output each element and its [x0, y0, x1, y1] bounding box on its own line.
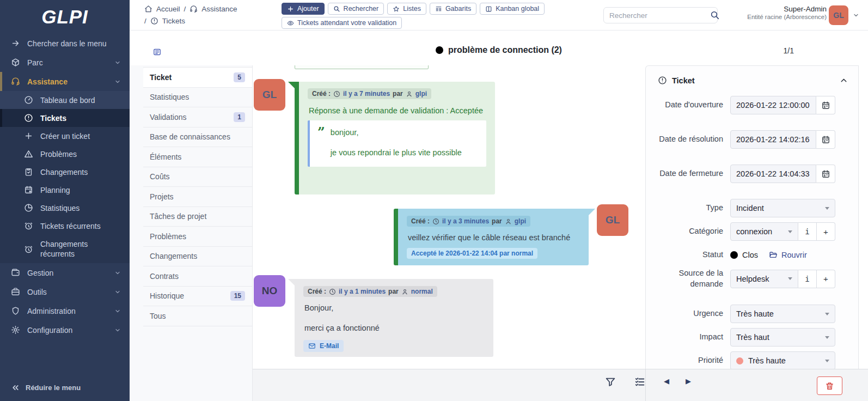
sidebar-item-creer-un-ticket[interactable]: Créer un ticket: [0, 127, 130, 145]
checklist-icon[interactable]: [634, 376, 646, 388]
sidebar-item-parc[interactable]: Parc: [0, 53, 130, 72]
previous-ticket-arrow[interactable]: ◀: [664, 377, 669, 385]
field-label: Date de résolution: [653, 134, 723, 145]
source-select[interactable]: Helpdesk: [730, 270, 798, 288]
templates-button[interactable]: Gabarits: [430, 3, 476, 15]
collapse-menu-button[interactable]: Réduire le menu: [11, 383, 81, 392]
sidebar-item-statistiques[interactable]: Statistiques: [0, 199, 130, 217]
lists-button[interactable]: Listes: [387, 3, 426, 15]
search-icon[interactable]: [710, 10, 720, 20]
status-dot-closed: [436, 46, 443, 54]
tab-tous[interactable]: Tous: [143, 306, 252, 326]
quote-line: je vous repondrai le plus vite possible: [331, 148, 462, 157]
tab-ticket[interactable]: Ticket5: [143, 68, 252, 88]
sidebar-item-configuration[interactable]: Configuration: [0, 320, 130, 339]
sidebar-item-assistance[interactable]: Assistance: [0, 72, 130, 91]
category-value: connexion: [736, 227, 772, 236]
sidebar-item-changements-recurrents[interactable]: Changements récurrents: [0, 235, 130, 263]
message-author[interactable]: glpi: [415, 90, 427, 98]
urgency-select[interactable]: Très haute: [730, 305, 835, 323]
tab-changements[interactable]: Changements: [143, 247, 252, 267]
status-value: Clos: [742, 251, 758, 259]
tab-historique[interactable]: Historique15: [143, 287, 252, 307]
timeline-message-followup: Créé : il y a 1 minutes par normal Bonjo…: [295, 279, 493, 357]
email-source-badge[interactable]: E-Mail: [303, 340, 344, 352]
kanban-button[interactable]: Kanban global: [480, 3, 545, 15]
category-info-button[interactable]: i: [798, 222, 817, 241]
sidebar-item-problemes[interactable]: Problèmes: [0, 145, 130, 163]
user-avatar[interactable]: GL: [829, 5, 848, 25]
top-header: Accueil / Assistance / Tickets Ajouter R…: [130, 0, 868, 31]
ticket-tabs-panel: Ticket5 Statistiques Validations1 Base d…: [130, 65, 253, 401]
next-ticket-arrow[interactable]: ▶: [686, 377, 691, 385]
sidebar-item-outils[interactable]: Outils: [0, 282, 130, 301]
validation-answer-title: Réponse à une demande de validation : Ac…: [309, 106, 486, 115]
caret-down-icon: [825, 207, 829, 210]
tab-taches-de-projet[interactable]: Tâches de projet: [143, 207, 252, 227]
breadcrumb-assistance[interactable]: Assistance: [201, 3, 237, 15]
chevron-down-icon[interactable]: [853, 12, 859, 19]
breadcrumb-home[interactable]: Accueil: [156, 3, 180, 15]
tab-label: Tâches de projet: [150, 212, 206, 221]
delete-ticket-button[interactable]: [817, 376, 842, 395]
sidebar-item-changements[interactable]: Changements: [0, 163, 130, 181]
pending-validation-button[interactable]: Tickets attendant votre validation: [282, 17, 402, 29]
timeline-message-validation: Créé : il y a 7 minutes par glpi Réponse…: [295, 82, 495, 195]
tab-statistiques[interactable]: Statistiques: [143, 88, 252, 108]
resolve-date-input[interactable]: 2026-01-22 14:02:16: [730, 130, 816, 149]
search-button[interactable]: Rechercher: [328, 3, 384, 15]
timeline-message-solution: Créé : il y a 3 minutes par glpi veillez…: [394, 209, 589, 265]
impact-select[interactable]: Très haut: [730, 328, 835, 347]
message-author[interactable]: normal: [411, 288, 433, 295]
tab-projets[interactable]: Projets: [143, 187, 252, 207]
sidebar-item-planning[interactable]: Planning: [0, 181, 130, 199]
sidebar-item-administration[interactable]: Administration: [0, 301, 130, 320]
tab-problemes[interactable]: Problèmes: [143, 227, 252, 247]
tab-couts[interactable]: Coûts: [143, 167, 252, 187]
tab-base-de-connaissances[interactable]: Base de connaissances: [143, 127, 252, 148]
calendar-button[interactable]: [816, 165, 835, 183]
breadcrumb-tickets[interactable]: Tickets: [162, 15, 185, 27]
sidebar-item-tickets-recurrents[interactable]: Tickets récurrents: [0, 217, 130, 235]
message-time[interactable]: il y a 7 minutes: [343, 90, 390, 98]
add-button[interactable]: Ajouter: [282, 3, 325, 15]
reopen-button[interactable]: Rouvrir: [769, 251, 807, 259]
type-select[interactable]: Incident: [730, 199, 835, 217]
filter-icon[interactable]: [604, 376, 616, 388]
tab-elements[interactable]: Éléments: [143, 147, 252, 167]
sidebar-menu-search[interactable]: Chercher dans le menu: [0, 34, 130, 53]
field-label: Statut: [653, 250, 723, 260]
status-closed-dot: [730, 251, 738, 259]
calendar-button[interactable]: [816, 130, 835, 149]
sidebar-item-gestion[interactable]: Gestion: [0, 263, 130, 282]
sidebar-item-tableau-de-bord[interactable]: Tableau de bord: [0, 91, 130, 109]
source-add-button[interactable]: +: [817, 270, 835, 288]
tab-contrats[interactable]: Contrats: [143, 266, 252, 287]
sidebar-item-label: Tickets récurrents: [40, 222, 101, 230]
breadcrumb-separator: /: [144, 15, 146, 27]
assistance-submenu: Tableau de bord Tickets Créer un ticket …: [0, 91, 130, 263]
tab-validations[interactable]: Validations1: [143, 107, 252, 127]
sidebar-item-tickets[interactable]: Tickets: [0, 109, 130, 127]
tab-label: Problèmes: [150, 232, 186, 241]
message-time[interactable]: il y a 3 minutes: [442, 217, 489, 225]
open-date-value: 2026-01-22 12:00:00: [736, 101, 810, 110]
message-author[interactable]: glpi: [515, 217, 526, 225]
breadcrumb-separator: /: [184, 3, 186, 15]
chevron-up-icon[interactable]: [839, 76, 848, 85]
message-line: merci ça a fonctionné: [304, 324, 485, 332]
glpi-logo[interactable]: GLPI: [0, 0, 130, 34]
global-search-input[interactable]: [609, 11, 706, 20]
calendar-button[interactable]: [816, 96, 835, 114]
avatar: GL: [597, 204, 628, 236]
open-date-input[interactable]: 2026-01-22 12:00:00: [730, 96, 816, 114]
priority-select[interactable]: Très haute: [730, 351, 835, 369]
tab-badge: 1: [234, 112, 245, 122]
alert-circle-icon: [24, 113, 33, 123]
message-time[interactable]: il y a 1 minutes: [339, 288, 386, 295]
category-add-button[interactable]: +: [817, 222, 835, 241]
category-select[interactable]: connexion: [730, 222, 798, 241]
trash-icon: [825, 381, 834, 391]
source-info-button[interactable]: i: [798, 270, 817, 288]
close-date-input[interactable]: 2026-01-22 14:04:33: [730, 165, 816, 183]
